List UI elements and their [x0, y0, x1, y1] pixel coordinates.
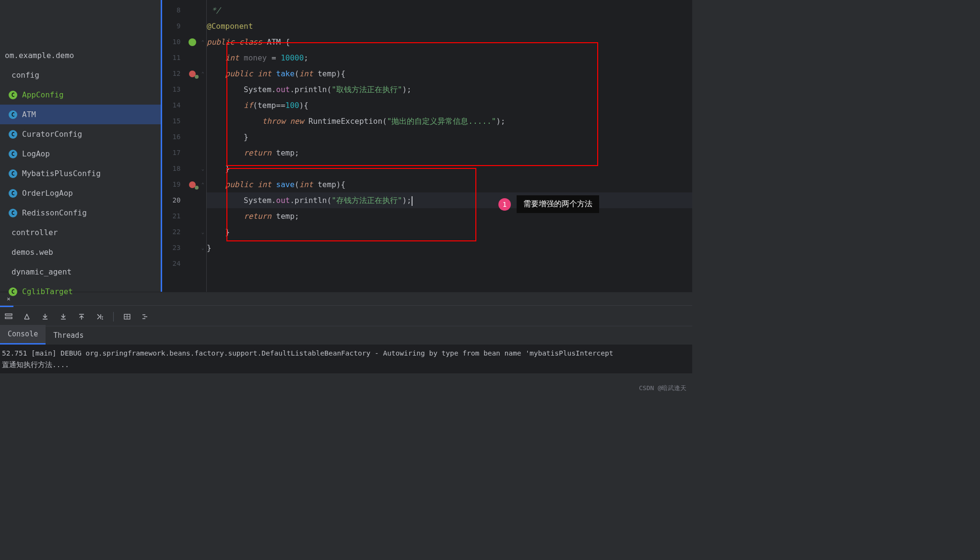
step-into-icon[interactable] [59, 312, 68, 322]
file-appconfig[interactable]: CAppConfig [0, 85, 161, 105]
console-output[interactable]: 52.751 [main] DEBUG org.springframework.… [0, 345, 692, 373]
class-icon: C [9, 110, 17, 119]
layout-icon[interactable] [4, 312, 13, 322]
project-sidebar: om.example.demo config CAppConfig CATM C… [0, 0, 161, 292]
debug-toolbar: I [0, 307, 692, 326]
editor-tab[interactable]: × [0, 293, 14, 304]
file-curatorconfig[interactable]: CCuratorConfig [0, 124, 161, 144]
class-icon: C [9, 91, 17, 99]
file-logaop[interactable]: CLogAop [0, 144, 161, 164]
folder-demos-web[interactable]: demos.web [0, 242, 161, 262]
step-over-icon[interactable] [40, 312, 50, 322]
trace-icon[interactable] [141, 312, 150, 322]
tab-threads[interactable]: Threads [46, 326, 91, 345]
package-root[interactable]: om.example.demo [0, 46, 161, 65]
svg-rect-1 [5, 317, 12, 319]
related-marker-icon[interactable] [189, 181, 196, 188]
code-area[interactable]: */ @Component public class ATM { int mon… [207, 0, 692, 292]
evaluate-icon[interactable] [122, 312, 132, 322]
spring-bean-icon[interactable] [189, 38, 196, 46]
class-icon: C [9, 189, 17, 198]
file-redissonconfig[interactable]: CRedissonConfig [0, 203, 161, 223]
class-icon: C [9, 209, 17, 217]
class-icon: C [9, 130, 17, 139]
editor-gutter: 89101112131415161718192021222324 ⌃⌃⌄⌃⌄⌄ [161, 0, 207, 292]
fold-column: ⌃⌃⌄⌃⌄⌄ [199, 0, 207, 292]
folder-dynamic-agent[interactable]: dynamic_agent [0, 262, 161, 282]
annotation-text: 需要增强的两个方法 [517, 195, 599, 213]
folder-config[interactable]: config [0, 65, 161, 85]
annotation-number: 1 [498, 198, 511, 211]
svg-text:I: I [101, 316, 104, 321]
close-icon[interactable]: × [7, 295, 11, 302]
folder-controller[interactable]: controller [0, 223, 161, 242]
line-numbers: 89101112131415161718192021222324 [162, 0, 185, 292]
class-icon: C [9, 150, 17, 158]
bottom-panel: × I Console Threads 52.751 [main] DEBUG … [0, 292, 692, 373]
rerun-icon[interactable] [22, 312, 32, 322]
code-editor[interactable]: 89101112131415161718192021222324 ⌃⌃⌄⌃⌄⌄ … [161, 0, 692, 292]
console-tabs: Console Threads [0, 326, 692, 345]
file-mybatisplusconfig[interactable]: CMybatisPlusConfig [0, 164, 161, 183]
gutter-icons [185, 0, 199, 292]
run-to-cursor-icon[interactable]: I [95, 312, 105, 322]
step-out-icon[interactable] [77, 312, 86, 322]
class-icon: C [9, 169, 17, 178]
svg-rect-0 [5, 314, 12, 315]
related-marker-icon[interactable] [189, 71, 196, 77]
file-orderlogaop[interactable]: COrderLogAop [0, 183, 161, 203]
text-cursor [412, 196, 413, 206]
file-cglibtarget[interactable]: CCglibTarget [0, 282, 161, 301]
tab-console[interactable]: Console [0, 325, 46, 345]
annotation-callout: 1 需要增强的两个方法 [498, 195, 599, 213]
watermark: CSDN @暗武逢天 [639, 384, 686, 393]
file-atm[interactable]: CATM [0, 105, 161, 124]
